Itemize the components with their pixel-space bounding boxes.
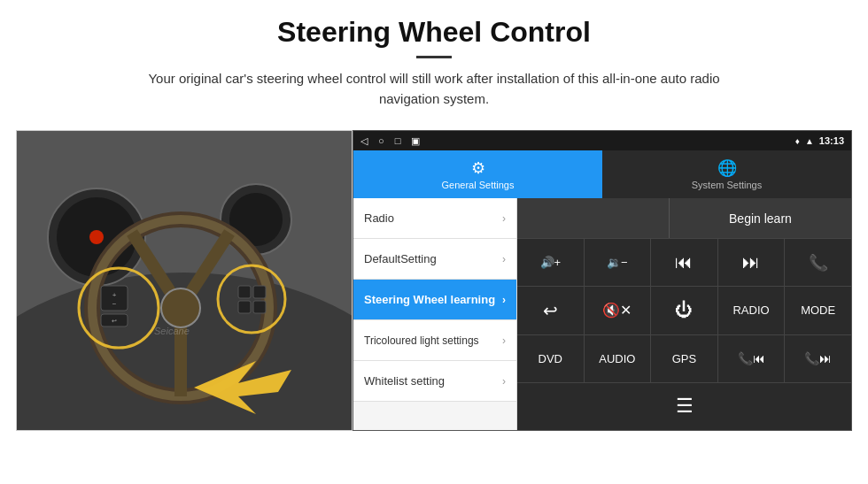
title-divider (416, 56, 452, 58)
chevron-icon-whitelist: › (502, 375, 506, 388)
clock: 13:13 (819, 135, 844, 146)
next-track-icon: ⏭ (742, 252, 760, 273)
audio-label: AUDIO (599, 352, 635, 365)
phone-button[interactable]: 📞 (785, 239, 851, 286)
menu-default-label: DefaultSetting (364, 252, 502, 265)
vol-up-button[interactable]: 🔊+ (517, 239, 585, 286)
mute-button[interactable]: 🔇✕ (585, 287, 652, 334)
next-track-button[interactable]: ⏭ (718, 239, 786, 286)
svg-rect-20 (238, 301, 251, 313)
menu-whitelist-label: Whitelist setting (364, 374, 502, 388)
android-screen: ◁ ○ □ ▣ ♦ ▲ 13:13 ⚙ General Settings (353, 130, 852, 431)
screenshot-icon[interactable]: ▣ (411, 135, 420, 147)
page-subtitle: Your original car's steering wheel contr… (124, 69, 744, 109)
radio-label: RADIO (732, 303, 769, 317)
back-icon: ↩ (543, 300, 558, 321)
menu-tricoloured-label: Tricoloured light settings (364, 334, 502, 347)
mode-label: MODE (801, 303, 835, 317)
radio-section (517, 198, 670, 238)
location-icon: ♦ (795, 136, 800, 146)
general-settings-icon: ⚙ (471, 158, 485, 178)
back-button[interactable]: ↩ (517, 287, 585, 334)
menu-item-whitelist[interactable]: Whitelist setting › (353, 361, 516, 402)
tel-next-icon: 📞⏭ (804, 351, 832, 365)
tab-general-label: General Settings (442, 180, 515, 190)
main-panel: Radio › DefaultSetting › Steering Wheel … (353, 198, 851, 430)
car-image: + − ↩ Seicane (16, 130, 353, 431)
tab-system[interactable]: 🌐 System Settings (602, 150, 851, 198)
svg-text:+: + (112, 291, 117, 299)
menu-steering-label: Steering Wheel learning (364, 293, 502, 306)
chevron-icon-tricoloured: › (502, 334, 506, 347)
mute-icon: 🔇✕ (602, 302, 632, 319)
prev-track-icon: ⏮ (675, 252, 693, 273)
wifi-icon: ▲ (805, 136, 814, 146)
vol-up-icon: 🔊+ (540, 256, 562, 269)
system-settings-icon: 🌐 (717, 158, 737, 178)
status-bar-right: ♦ ▲ 13:13 (795, 135, 844, 146)
power-icon: ⏻ (675, 300, 693, 320)
begin-learn-button[interactable]: Begin learn (670, 198, 851, 238)
mode-button[interactable]: MODE (785, 287, 851, 334)
audio-button[interactable]: AUDIO (585, 335, 652, 382)
prev-track-button[interactable]: ⏮ (651, 239, 718, 286)
controls-grid: 🔊+ 🔉− ⏮ ⏭ 📞 (517, 239, 851, 430)
svg-point-6 (89, 230, 104, 244)
svg-text:↩: ↩ (112, 318, 117, 324)
tel-prev-icon: 📞⏮ (738, 351, 765, 365)
home-icon[interactable]: ○ (378, 135, 384, 146)
vol-down-icon: 🔉− (607, 256, 628, 269)
svg-rect-18 (238, 286, 251, 298)
ctrl-row-2: ↩ 🔇✕ ⏻ RADIO MO (517, 287, 851, 334)
dvd-button[interactable]: DVD (517, 335, 585, 382)
back-nav-icon[interactable]: ◁ (360, 135, 368, 147)
status-bar-left: ◁ ○ □ ▣ (360, 135, 420, 147)
car-bg: + − ↩ Seicane (17, 131, 352, 430)
right-content: Begin learn 🔊+ 🔉− (517, 198, 851, 430)
page-wrapper: Steering Wheel Control Your original car… (0, 0, 868, 431)
page-title: Steering Wheel Control (18, 16, 850, 49)
content-area: + − ↩ Seicane (16, 130, 852, 431)
svg-rect-19 (253, 286, 266, 298)
svg-rect-21 (253, 301, 266, 313)
gps-button[interactable]: GPS (651, 335, 718, 382)
tab-general[interactable]: ⚙ General Settings (353, 150, 602, 198)
menu-item-steering[interactable]: Steering Wheel learning › (353, 280, 516, 320)
phone-icon: 📞 (809, 253, 828, 273)
status-bar: ◁ ○ □ ▣ ♦ ▲ 13:13 (353, 131, 851, 150)
steering-wheel-svg: + − ↩ Seicane (17, 131, 353, 431)
gps-label: GPS (672, 352, 696, 365)
menu-item-radio[interactable]: Radio › (353, 198, 516, 239)
tel-prev-button[interactable]: 📞⏮ (718, 335, 786, 382)
dvd-label: DVD (539, 352, 562, 365)
menu-item-tricoloured[interactable]: Tricoloured light settings › (353, 320, 516, 361)
menu-radio-label: Radio (364, 211, 502, 225)
svg-point-12 (161, 288, 200, 327)
chevron-icon-radio: › (502, 212, 506, 225)
power-button[interactable]: ⏻ (651, 287, 718, 334)
ctrl-row-1: 🔊+ 🔉− ⏮ ⏭ 📞 (517, 239, 851, 287)
chevron-icon-default: › (502, 253, 506, 265)
svg-text:−: − (112, 300, 117, 308)
ctrl-row-4: ☰ (517, 383, 851, 430)
tab-system-label: System Settings (692, 180, 762, 190)
recents-icon[interactable]: □ (395, 135, 401, 146)
top-row: Begin learn (517, 198, 851, 239)
page-header: Steering Wheel Control Your original car… (0, 0, 868, 118)
list-button[interactable]: ☰ (517, 383, 851, 430)
list-icon: ☰ (676, 395, 694, 418)
vol-down-button[interactable]: 🔉− (585, 239, 652, 286)
radio-button[interactable]: RADIO (718, 287, 786, 334)
chevron-icon-steering: › (502, 294, 506, 306)
tel-next-button[interactable]: 📞⏭ (785, 335, 851, 382)
tab-bar: ⚙ General Settings 🌐 System Settings (353, 150, 851, 198)
left-menu: Radio › DefaultSetting › Steering Wheel … (353, 198, 517, 430)
svg-text:Seicane: Seicane (154, 326, 190, 336)
ctrl-row-3: DVD AUDIO GPS 📞⏮ (517, 335, 851, 383)
menu-item-default[interactable]: DefaultSetting › (353, 239, 516, 280)
